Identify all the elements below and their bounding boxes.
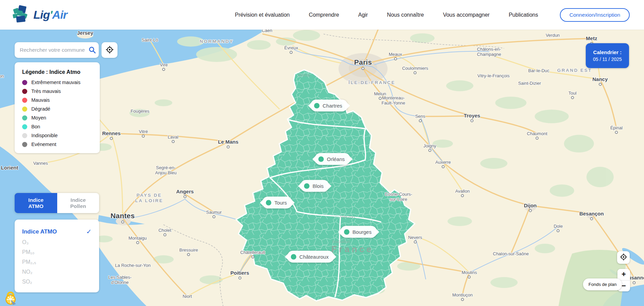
legend-color-dot: [22, 89, 27, 94]
atmo-index-dot: [318, 156, 324, 162]
search-input[interactable]: [15, 47, 87, 53]
tab-indice-pollen[interactable]: Indice Pollen: [57, 193, 99, 213]
nav-item-publications[interactable]: Publications: [509, 12, 538, 18]
calendar-badge[interactable]: Calendrier : 05 / 11 / 2025: [586, 43, 629, 68]
index-tabs: Indice ATMOIndice Pollen: [15, 193, 99, 213]
crosshair-icon: [106, 46, 114, 55]
atmo-index-dot: [314, 103, 319, 108]
city-marker-chartres[interactable]: Chartres: [310, 100, 348, 112]
legend-color-dot: [22, 98, 27, 103]
pollutant-option-no[interactable]: NO₂: [22, 269, 92, 275]
map-canvas[interactable]: JerseySaint-LôNORMANDYCaenÉvreuxVirePari…: [0, 0, 644, 306]
zoom-in-button[interactable]: +: [617, 269, 630, 280]
check-icon: ✓: [86, 228, 92, 236]
legend-label: Extrêmement mauvais: [31, 80, 80, 85]
nav-item-prevision-et-evaluation[interactable]: Prévision et évaluation: [235, 12, 290, 18]
pollutant-option-o[interactable]: O₃: [22, 239, 92, 245]
jersey-island: [77, 32, 93, 38]
page: JerseySaint-LôNORMANDYCaenÉvreuxVirePari…: [0, 0, 644, 306]
legend-color-dot: [22, 80, 27, 85]
calendar-date: 05 / 11 / 2025: [593, 57, 622, 62]
commune-search: [15, 42, 99, 58]
city-marker-label: Orléans: [327, 156, 345, 162]
nav-item-agir[interactable]: Agir: [358, 12, 368, 18]
city-marker-label: Chartres: [323, 103, 342, 109]
legend-label: Indisponible: [31, 133, 58, 138]
pollutant-label: NO₂: [22, 269, 32, 275]
crosshair-icon: [620, 253, 627, 262]
legend-label: Dégradé: [31, 106, 50, 112]
legend-label: Bon: [31, 124, 40, 129]
legend-color-dot: [22, 124, 27, 129]
atmo-index-dot: [344, 229, 349, 235]
pollutant-option-indice-atmo[interactable]: Indice ATMO✓: [22, 228, 92, 236]
legend-color-dot: [22, 115, 27, 120]
city-marker-label: Tours: [274, 200, 287, 206]
city-marker-label: Bourges: [352, 229, 372, 235]
basemap-switcher-button[interactable]: Fonds de plan: [583, 278, 622, 290]
ligair-logo[interactable]: Lig'Air: [12, 5, 67, 25]
ligair-logo-text: Lig'Air: [33, 8, 67, 21]
tab-indice-atmo[interactable]: Indice ATMO: [15, 193, 57, 213]
legend-color-dot: [22, 133, 27, 138]
legend-label: Très mauvais: [31, 88, 61, 94]
legend-title: Légende : Indice Atmo: [22, 69, 94, 75]
legend-item-evenement: Evénement: [22, 142, 94, 147]
calendar-title: Calendrier :: [593, 49, 622, 55]
city-marker-chateauroux[interactable]: Châteauroux: [287, 251, 334, 263]
login-button[interactable]: Connexion/Inscription: [560, 8, 630, 22]
city-marker-tours[interactable]: Tours: [262, 197, 293, 209]
legend-color-dot: [22, 107, 27, 112]
atmo-index-dot: [291, 254, 296, 259]
legend-item-moyen: Moyen: [22, 115, 94, 120]
ligair-logo-icon: [12, 5, 30, 25]
legend-card: Légende : Indice Atmo Extrêmement mauvai…: [15, 62, 100, 153]
main-nav: Prévision et évaluationComprendreAgirNou…: [235, 12, 538, 18]
legend-label: Mauvais: [31, 97, 50, 103]
legend-label: Evénement: [31, 142, 56, 147]
pollutant-label: O₃: [22, 239, 29, 245]
legend-item-tres-mauvais: Très mauvais: [22, 88, 94, 94]
pollutant-label: PM₁₀: [22, 249, 34, 255]
lemon-widget-icon[interactable]: [4, 289, 17, 305]
pollutant-label: Indice ATMO: [22, 228, 57, 235]
legend-color-dot: [22, 142, 27, 147]
search-icon[interactable]: [87, 45, 97, 55]
pollutant-label: PM₂,₅: [22, 259, 36, 265]
pollutant-option-so[interactable]: SO₂: [22, 279, 92, 285]
city-marker-label: Blois: [313, 183, 324, 189]
nav-item-nous-connaitre[interactable]: Nous connaître: [387, 12, 424, 18]
pollutant-panel: Indice ATMO✓O₃PM₁₀PM₂,₅NO₂SO₂: [15, 220, 99, 292]
nav-item-vous-accompagner[interactable]: Vous accompagner: [443, 12, 490, 18]
legend-item-indisponible: Indisponible: [22, 133, 94, 138]
legend-item-mauvais: Mauvais: [22, 97, 94, 103]
city-marker-blois[interactable]: Blois: [300, 180, 329, 192]
atmo-index-dot: [266, 200, 271, 205]
legend-label: Moyen: [31, 115, 46, 120]
legend-item-bon: Bon: [22, 124, 94, 129]
nav-item-comprendre[interactable]: Comprendre: [309, 12, 339, 18]
pollutant-label: SO₂: [22, 279, 32, 285]
pollutant-option-pm[interactable]: PM₁₀: [22, 249, 92, 255]
top-nav-bar: Lig'Air Prévision et évaluationComprendr…: [0, 0, 644, 30]
legend-list: Extrêmement mauvaisTrès mauvaisMauvaisDé…: [22, 80, 94, 147]
geolocate-button[interactable]: [101, 42, 117, 58]
atmo-index-dot: [304, 183, 310, 189]
city-marker-bourges[interactable]: Bourges: [340, 226, 377, 238]
pollutant-option-pm[interactable]: PM₂,₅: [22, 259, 92, 265]
city-marker-label: Châteauroux: [299, 254, 329, 260]
city-marker-orleans[interactable]: Orléans: [315, 153, 350, 165]
map-locate-button[interactable]: [617, 251, 630, 264]
legend-item-extremement-mauvais: Extrêmement mauvais: [22, 80, 94, 85]
legend-item-degrade: Dégradé: [22, 106, 94, 112]
